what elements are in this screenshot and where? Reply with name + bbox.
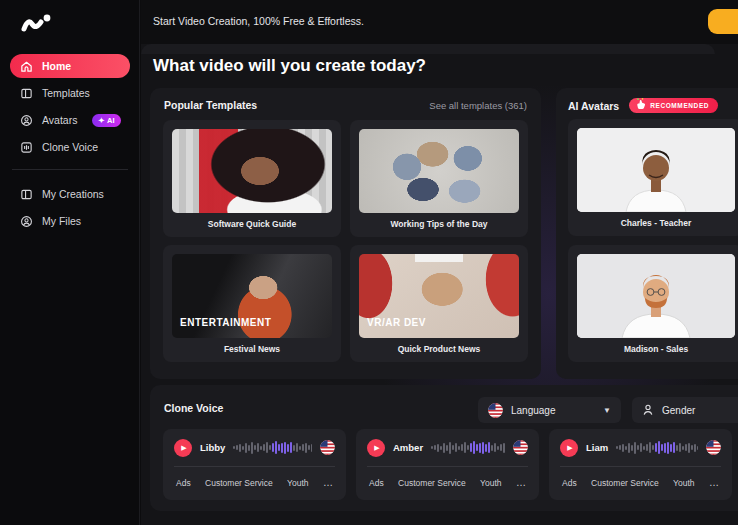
chevron-down-icon: ▼ xyxy=(603,406,611,415)
language-dropdown[interactable]: Language ▼ xyxy=(478,397,621,423)
sidebar-item-label: My Creations xyxy=(42,188,104,200)
template-thumbnail xyxy=(359,129,519,213)
sidebar-item-my-creations[interactable]: My Creations xyxy=(10,182,130,206)
my-creations-icon xyxy=(19,187,33,201)
play-button[interactable]: ▶ xyxy=(174,439,192,457)
waveform xyxy=(431,441,505,455)
sidebar-item-avatars[interactable]: Avatars ✦ AI xyxy=(10,108,130,132)
template-thumbnail: ENTERTAINMENT xyxy=(172,254,332,338)
voice-card-libby[interactable]: ▶ Libby Ads Customer Service Youth … xyxy=(163,429,346,500)
sidebar-item-label: Avatars xyxy=(42,114,77,126)
sidebar-item-clone-voice[interactable]: Clone Voice xyxy=(10,135,130,159)
sidebar-nav: Home Templates Avatars ✦ AI Clone Voice xyxy=(10,54,130,236)
gender-dropdown-label: Gender xyxy=(662,405,695,416)
avatars-icon xyxy=(19,113,33,127)
voice-tag: Customer Service xyxy=(205,478,273,488)
recommended-label: RECOMMENDED xyxy=(650,102,709,109)
topbar: Start Video Creation, 100% Free & Effort… xyxy=(141,0,738,44)
sparkle-icon: ✦ xyxy=(98,116,105,125)
avatar-card-charles[interactable]: Charles - Teacher xyxy=(568,119,738,236)
voice-tag: Youth xyxy=(287,478,308,488)
us-flag-icon xyxy=(320,440,335,455)
sidebar-item-my-files[interactable]: My Files xyxy=(10,209,130,233)
sidebar-item-templates[interactable]: Templates xyxy=(10,81,130,105)
clone-voice-panel: Clone Voice Language ▼ Gender xyxy=(150,385,738,511)
ai-avatars-title: AI Avatars xyxy=(568,100,619,112)
see-all-templates-link[interactable]: See all templates (361) xyxy=(429,100,527,111)
play-button[interactable]: ▶ xyxy=(367,439,385,457)
sidebar-item-home[interactable]: Home xyxy=(10,54,130,78)
template-card-quick-product-news[interactable]: VR/AR DEV Quick Product News xyxy=(350,245,528,362)
clone-voice-title: Clone Voice xyxy=(164,402,223,414)
us-flag-icon xyxy=(513,440,528,455)
home-icon xyxy=(19,59,33,73)
sidebar: Home Templates Avatars ✦ AI Clone Voice xyxy=(0,0,140,525)
avatar-title: Charles - Teacher xyxy=(577,212,735,235)
template-card-festival-news[interactable]: ENTERTAINMENT Festival News xyxy=(163,245,341,362)
voice-tag: Youth xyxy=(673,478,694,488)
sidebar-item-label: Home xyxy=(42,60,71,72)
sidebar-divider xyxy=(12,169,128,170)
voice-tag: Youth xyxy=(480,478,501,488)
avatar-title: Madison - Sales xyxy=(577,338,735,361)
thumbnail-overlay-text: VR/AR DEV xyxy=(367,317,426,328)
voice-tag: Customer Service xyxy=(398,478,466,488)
voice-name: Amber xyxy=(393,442,423,453)
template-thumbnail: VR/AR DEV xyxy=(359,254,519,338)
next-section-peek xyxy=(141,44,715,54)
template-thumbnail xyxy=(172,129,332,213)
voice-tag: Customer Service xyxy=(591,478,659,488)
voice-tag: Ads xyxy=(369,478,384,488)
avatar-image xyxy=(577,128,735,212)
template-title: Quick Product News xyxy=(359,338,519,361)
voice-card-amber[interactable]: ▶ Amber Ads Customer Service Youth … xyxy=(356,429,539,500)
play-button[interactable]: ▶ xyxy=(560,439,578,457)
pointing-hand-icon xyxy=(636,98,646,110)
voice-name: Libby xyxy=(200,442,225,453)
cta-button[interactable] xyxy=(708,9,738,34)
topbar-message: Start Video Creation, 100% Free & Effort… xyxy=(153,15,364,27)
sidebar-item-label: Templates xyxy=(42,87,90,99)
popular-templates-title: Popular Templates xyxy=(164,99,257,111)
us-flag-icon xyxy=(706,440,721,455)
person-icon xyxy=(642,404,654,416)
templates-icon xyxy=(19,86,33,100)
template-title: Working Tips of the Day xyxy=(359,213,519,236)
avatar-card-madison[interactable]: Madison - Sales xyxy=(568,245,738,362)
more-tags-button[interactable]: … xyxy=(516,480,526,486)
more-tags-button[interactable]: … xyxy=(709,480,719,486)
ai-avatars-panel: AI Avatars RECOMMENDED C xyxy=(556,88,738,379)
us-flag-icon xyxy=(488,403,503,418)
recommended-badge: RECOMMENDED xyxy=(629,98,718,113)
popular-templates-panel: Popular Templates See all templates (361… xyxy=(150,88,541,379)
app-logo[interactable] xyxy=(20,10,54,36)
voice-tag: Ads xyxy=(176,478,191,488)
voice-name: Liam xyxy=(586,442,608,453)
avatar-image xyxy=(577,254,735,338)
voice-tag: Ads xyxy=(562,478,577,488)
waveform xyxy=(616,441,698,455)
waveform xyxy=(233,441,312,455)
more-tags-button[interactable]: … xyxy=(323,480,333,486)
my-files-icon xyxy=(19,214,33,228)
clone-voice-icon xyxy=(19,140,33,154)
template-card-working-tips[interactable]: Working Tips of the Day xyxy=(350,120,528,237)
template-card-software-quick-guide[interactable]: Software Quick Guide xyxy=(163,120,341,237)
language-dropdown-label: Language xyxy=(511,405,556,416)
thumbnail-overlay-text: ENTERTAINMENT xyxy=(180,317,271,328)
template-title: Festival News xyxy=(172,338,332,361)
page-title: What video will you create today? xyxy=(153,56,426,76)
gender-dropdown[interactable]: Gender xyxy=(632,397,738,423)
sidebar-item-label: Clone Voice xyxy=(42,141,98,153)
sidebar-item-label: My Files xyxy=(42,215,81,227)
main-content: What video will you create today? Popula… xyxy=(141,44,738,525)
ai-badge: ✦ AI xyxy=(92,114,121,127)
voice-card-liam[interactable]: ▶ Liam Ads Customer Service Youth … xyxy=(549,429,732,500)
template-title: Software Quick Guide xyxy=(172,213,332,236)
templates-grid: Software Quick Guide Working Tips of the… xyxy=(163,120,528,362)
